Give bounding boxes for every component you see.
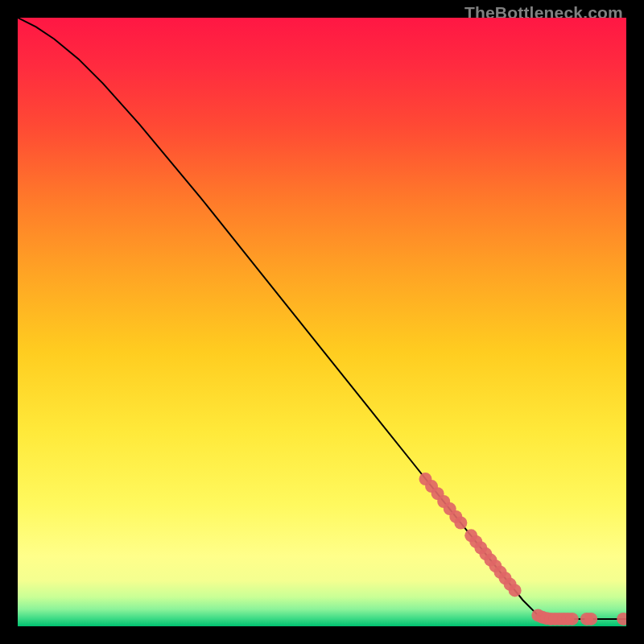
gradient-background bbox=[18, 18, 626, 626]
chart-svg bbox=[18, 18, 626, 626]
data-marker bbox=[509, 584, 522, 597]
chart-plot-area bbox=[18, 18, 626, 626]
data-marker bbox=[454, 516, 467, 529]
data-marker bbox=[584, 613, 597, 625]
data-marker bbox=[566, 613, 579, 625]
